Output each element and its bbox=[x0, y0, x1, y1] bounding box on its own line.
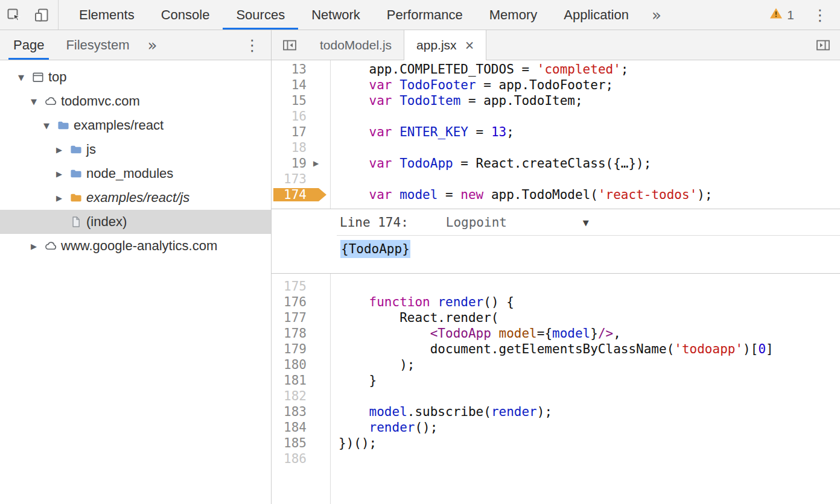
line-number[interactable]: 176 bbox=[272, 294, 307, 310]
main-menu-icon[interactable]: ⋮ bbox=[800, 0, 840, 30]
navigator-tab-page[interactable]: Page bbox=[2, 30, 55, 60]
code-text[interactable]: } bbox=[330, 373, 377, 388]
disclosure-collapsed-icon[interactable]: ▶ bbox=[31, 242, 44, 251]
navigator-tab-filesystem[interactable]: Filesystem bbox=[55, 30, 140, 60]
tab-sources[interactable]: Sources bbox=[223, 0, 298, 30]
code-text[interactable]: var model = new app.TodoModel('react-tod… bbox=[330, 187, 713, 203]
logpoint-expression-input[interactable]: {TodoApp} bbox=[272, 236, 840, 273]
device-toolbar-icon[interactable] bbox=[28, 0, 56, 30]
editor-tab-todomodel-js[interactable]: todoModel.js bbox=[308, 30, 404, 60]
tab-application[interactable]: Application bbox=[550, 0, 642, 30]
hide-navigator-icon[interactable] bbox=[272, 30, 308, 60]
tab-network[interactable]: Network bbox=[298, 0, 374, 30]
code-text[interactable] bbox=[330, 279, 339, 294]
code-text[interactable]: render(); bbox=[330, 420, 438, 435]
code-text[interactable]: document.getElementsByClassName('todoapp… bbox=[330, 341, 774, 357]
fold-gutter bbox=[307, 279, 330, 294]
line-number[interactable]: 177 bbox=[272, 310, 307, 326]
editor-tab-app-jsx[interactable]: app.jsx× bbox=[404, 30, 486, 60]
line-number[interactable]: 18 bbox=[272, 140, 307, 156]
code-text[interactable] bbox=[330, 451, 339, 467]
disclosure-collapsed-icon[interactable]: ▶ bbox=[56, 194, 69, 203]
fold-gutter bbox=[307, 109, 330, 124]
tree-item-index[interactable]: (index) bbox=[0, 210, 271, 234]
code-text[interactable] bbox=[330, 109, 339, 124]
disclosure-expanded-icon[interactable]: ▼ bbox=[43, 121, 57, 130]
tab-console[interactable]: Console bbox=[148, 0, 223, 30]
disclosure-expanded-icon[interactable]: ▼ bbox=[31, 97, 44, 106]
line-number[interactable]: 183 bbox=[272, 404, 307, 420]
more-navigator-tabs-icon[interactable]: » bbox=[141, 30, 165, 60]
line-number[interactable]: 186 bbox=[272, 451, 307, 467]
line-number[interactable]: 178 bbox=[272, 326, 307, 341]
tree-item-js[interactable]: ▶js bbox=[0, 137, 271, 162]
fold-collapsed-icon[interactable]: ▶ bbox=[313, 156, 319, 171]
line-number[interactable]: 14 bbox=[272, 77, 307, 93]
tree-item-todomvc-com[interactable]: ▼todomvc.com bbox=[0, 89, 271, 113]
tree-item-top[interactable]: ▼top bbox=[0, 65, 271, 89]
disclosure-expanded-icon[interactable]: ▼ bbox=[18, 73, 31, 82]
code-line-179: 179 document.getElementsByClassName('tod… bbox=[272, 341, 840, 357]
code-text[interactable]: var TodoApp = React.createClass({…}); bbox=[330, 156, 651, 171]
line-number[interactable]: 179 bbox=[272, 341, 307, 357]
frame-icon bbox=[31, 71, 48, 84]
line-number[interactable]: 185 bbox=[272, 435, 307, 451]
close-tab-icon[interactable]: × bbox=[465, 38, 474, 53]
line-number[interactable]: 174 bbox=[272, 187, 307, 203]
tree-item-label: examples/react/js bbox=[86, 190, 189, 206]
code-text[interactable]: var ENTER_KEY = 13; bbox=[330, 124, 514, 140]
line-number[interactable]: 17 bbox=[272, 124, 307, 140]
tree-item-node-modules[interactable]: ▶node_modules bbox=[0, 162, 271, 186]
code-text[interactable]: app.COMPLETED_TODOS = 'completed'; bbox=[330, 61, 628, 77]
code-text[interactable]: model.subscribe(render); bbox=[330, 404, 552, 420]
tree-item-www-google-analytics-com[interactable]: ▶www.google-analytics.com bbox=[0, 234, 271, 258]
fold-gutter bbox=[307, 373, 330, 388]
show-debugger-sidebar-icon[interactable] bbox=[806, 30, 840, 60]
code-text[interactable]: var TodoItem = app.TodoItem; bbox=[330, 93, 583, 109]
fold-gutter bbox=[307, 187, 330, 203]
tree-item-label: node_modules bbox=[86, 166, 173, 181]
line-number[interactable]: 182 bbox=[272, 388, 307, 404]
fold-gutter bbox=[307, 451, 330, 467]
tree-item-examples-react[interactable]: ▼examples/react bbox=[0, 113, 271, 137]
line-number[interactable]: 15 bbox=[272, 93, 307, 109]
code-text[interactable]: React.render( bbox=[330, 310, 499, 326]
file-tree: ▼top▼todomvc.com▼examples/react▶js▶node_… bbox=[0, 60, 271, 504]
editor-tab-strip: todoModel.jsapp.jsx× bbox=[272, 30, 840, 60]
line-number[interactable]: 13 bbox=[272, 61, 307, 77]
disclosure-collapsed-icon[interactable]: ▶ bbox=[56, 169, 69, 178]
more-panels-icon[interactable]: » bbox=[642, 0, 671, 30]
navigator-tab-strip: PageFilesystem » ⋮ bbox=[0, 30, 271, 60]
code-line-174: 174 var model = new app.TodoModel('react… bbox=[272, 187, 840, 203]
code-text[interactable]: ); bbox=[330, 357, 415, 373]
code-text[interactable]: <TodoApp model={model}/>, bbox=[330, 326, 621, 341]
tree-item-examples-react-js[interactable]: ▶examples/react/js bbox=[0, 186, 271, 210]
code-text[interactable]: function render() { bbox=[330, 294, 514, 310]
tab-memory[interactable]: Memory bbox=[476, 0, 550, 30]
code-line-183: 183 model.subscribe(render); bbox=[272, 404, 840, 420]
code-text[interactable] bbox=[330, 140, 339, 156]
code-text[interactable]: })(); bbox=[330, 435, 377, 451]
code-text[interactable]: var TodoFooter = app.TodoFooter; bbox=[330, 77, 613, 93]
code-line-178: 178 <TodoApp model={model}/>, bbox=[272, 326, 840, 341]
tab-elements[interactable]: Elements bbox=[66, 0, 148, 30]
inspect-cursor-icon[interactable] bbox=[0, 0, 28, 30]
line-number[interactable]: 19 bbox=[272, 156, 307, 171]
logpoint-type-select[interactable]: Logpoint ▼ bbox=[446, 215, 589, 230]
navigator-menu-icon[interactable]: ⋮ bbox=[234, 30, 271, 60]
code-line-16: 16 bbox=[272, 109, 840, 124]
line-number[interactable]: 184 bbox=[272, 420, 307, 435]
tab-performance[interactable]: Performance bbox=[374, 0, 476, 30]
code-text[interactable] bbox=[330, 388, 339, 404]
disclosure-collapsed-icon[interactable]: ▶ bbox=[56, 145, 69, 154]
code-text[interactable] bbox=[330, 171, 339, 187]
line-number[interactable]: 16 bbox=[272, 109, 307, 124]
fold-gutter bbox=[307, 294, 330, 310]
line-number[interactable]: 181 bbox=[272, 373, 307, 388]
line-number[interactable]: 180 bbox=[272, 357, 307, 373]
line-number[interactable]: 173 bbox=[272, 171, 307, 187]
warning-badge[interactable]: 1 bbox=[763, 0, 800, 30]
fold-gutter bbox=[307, 140, 330, 156]
tree-item-label: js bbox=[86, 142, 96, 157]
line-number[interactable]: 175 bbox=[272, 279, 307, 294]
